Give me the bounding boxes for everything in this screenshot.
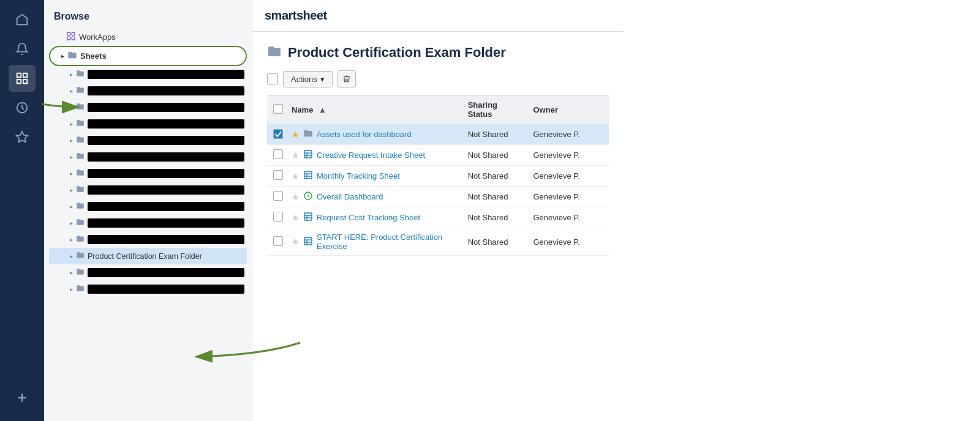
row-sharing-4: Not Shared [462,187,527,207]
sidebar-item-sub5[interactable]: ▸ [49,132,247,149]
row-checkbox-3[interactable] [273,170,283,180]
th-owner: Owner [527,95,609,124]
row-owner-3: Genevieve P. [527,166,609,187]
toolbar: Actions ▾ [267,70,609,88]
svg-rect-8 [304,151,312,158]
delete-button[interactable] [337,70,356,88]
sidebar-item-sheets[interactable]: ▸ Sheets [49,46,247,66]
sub12-label [88,268,244,277]
row-star-6[interactable]: ★ [292,237,300,247]
nav-recents[interactable] [9,94,36,121]
svg-rect-4 [67,32,70,35]
th-owner-label: Owner [533,105,558,114]
row-name-text-2[interactable]: Creative Request Intake Sheet [317,151,425,160]
sub4-label [88,119,244,129]
row-name-cell: ★Request Cost Tracking Sheet [285,207,462,228]
sub12-folder-icon [76,267,85,278]
nav-favorites[interactable] [9,124,36,151]
sidebar-item-sub11[interactable]: ▸ [49,231,247,248]
sidebar-item-sub2[interactable]: ▸ [49,83,247,99]
folder-title: Product Certification Exam Folder [288,45,506,61]
folder-header-icon [267,44,282,61]
sidebar-item-sub13[interactable]: ▸ [49,281,247,297]
row-owner-2: Genevieve P. [527,145,609,166]
sidebar-item-sub4[interactable]: ▸ [49,116,247,132]
sidebar-item-sub10[interactable]: ▸ [49,215,247,231]
row-checkbox-5[interactable] [273,212,283,222]
sub13-folder-icon [76,284,85,294]
row-checkbox-cell [267,207,285,228]
sidebar-item-sub6[interactable]: ▸ [49,149,247,165]
brand-light: smart [265,9,296,22]
nav-browse[interactable] [9,65,36,92]
row-name-text-3[interactable]: Monthly Tracking Sheet [317,171,400,181]
row-owner-4: Genevieve P. [527,187,609,207]
row-star-2[interactable]: ★ [292,151,300,160]
tree-arrow-sub2: ▸ [66,86,76,96]
row-icon-6 [303,236,313,248]
row-name-text-1[interactable]: Assets used for dashboard [317,130,412,139]
sub11-folder-icon [76,234,85,245]
row-checkbox-1[interactable] [273,129,283,139]
sub9-folder-icon [76,201,85,212]
th-name-label: Name [292,105,313,114]
th-sharing-label: Sharing Status [468,100,497,119]
nav-bar [0,0,44,421]
row-checkbox-4[interactable] [273,191,283,201]
sheets-folder-icon [67,50,77,62]
sub8-folder-icon [76,185,85,195]
tree-arrow-sub3: ▸ [66,103,76,113]
select-all-checkbox[interactable] [267,73,278,84]
sub7-label [88,169,244,178]
sub11-label [88,235,244,244]
sub8-label [88,185,244,195]
sidebar-item-sub7[interactable]: ▸ [49,165,247,182]
tree-arrow-sub9: ▸ [66,202,76,212]
sort-arrow-name: ▲ [318,105,326,114]
folder-header: Product Certification Exam Folder [267,44,609,61]
sidebar-item-sub3[interactable]: ▸ [49,99,247,116]
nav-notifications[interactable] [9,35,36,62]
table-row: ★Monthly Tracking SheetNot SharedGenevie… [267,166,609,187]
sidebar-item-sub9[interactable]: ▸ [49,198,247,215]
workapp-icon [66,31,76,43]
sub3-folder-icon [76,102,85,113]
row-name-text-4[interactable]: Overall Dashboard [317,192,383,201]
sub1-folder-icon [76,69,85,80]
row-star-4[interactable]: ★ [292,192,300,202]
nav-home[interactable] [9,6,36,33]
row-star-3[interactable]: ★ [292,171,300,181]
sidebar-item-sub1[interactable]: ▸ [49,66,247,83]
table-header: Name ▲ Sharing Status Owner [267,95,609,124]
table-body: ★Assets used for dashboardNot SharedGene… [267,124,609,256]
row-name-text-6[interactable]: START HERE: Product Certification Exerci… [317,233,456,251]
row-name-text-5[interactable]: Request Cost Tracking Sheet [317,213,420,222]
sub10-label [88,218,244,228]
sub6-folder-icon [76,152,85,162]
actions-button[interactable]: Actions ▾ [283,71,333,88]
sheets-label: Sheets [80,51,243,61]
sub6-label [88,152,244,162]
row-star-5[interactable]: ★ [292,213,300,223]
sidebar-item-workApps[interactable]: WorkApps [49,28,247,46]
row-name-cell: ★Assets used for dashboard [285,124,462,145]
row-icon-5 [303,212,313,223]
th-name[interactable]: Name ▲ [285,95,462,124]
row-checkbox-6[interactable] [273,236,283,246]
table-row: ★Assets used for dashboardNot SharedGene… [267,124,609,145]
row-owner-6: Genevieve P. [527,228,609,256]
sub5-folder-icon [76,135,85,146]
sidebar-item-productCertFolder[interactable]: ▸ Product Certification Exam Folder [49,248,247,264]
actions-dropdown-icon: ▾ [320,75,325,84]
nav-new[interactable] [9,384,36,411]
tree-arrow-sub1: ▸ [66,70,76,80]
tree-arrow-sheets: ▸ [58,51,67,61]
table-row: ★Overall DashboardNot SharedGenevieve P. [267,187,609,207]
sidebar-item-sub8[interactable]: ▸ [49,182,247,198]
row-checkbox-cell [267,124,285,145]
row-sharing-5: Not Shared [462,207,527,228]
sidebar-item-sub12[interactable]: ▸ [49,264,247,281]
row-checkbox-2[interactable] [273,149,283,159]
row-star-1[interactable]: ★ [292,130,300,140]
sidebar: Browse WorkApps ▸ Sheets ▸ [44,0,252,421]
